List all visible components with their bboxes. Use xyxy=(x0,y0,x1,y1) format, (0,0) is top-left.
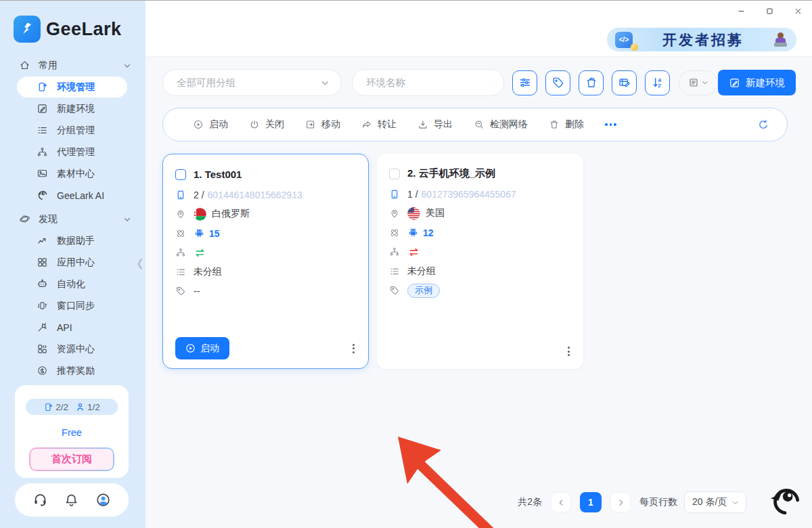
power-icon xyxy=(249,119,260,130)
list-icon xyxy=(175,267,186,278)
proxy-tree-icon xyxy=(389,246,400,257)
group-filter-select[interactable]: 全部可用分组 xyxy=(162,69,342,96)
card-footer xyxy=(389,343,574,360)
chevron-down-icon xyxy=(122,215,132,224)
sidebar: GeeLark 常用 环境管理 新建环境 分组管理 代理管理 xyxy=(0,1,145,528)
sidebar-item-label: 推荐奖励 xyxy=(57,365,95,377)
titlebar: </> 开发者招募 xyxy=(145,1,812,57)
card-group-row: 未分组 xyxy=(175,265,356,279)
card-more-button[interactable] xyxy=(564,343,574,360)
sidebar-item-label: 应用中心 xyxy=(57,257,95,269)
card-proxy-row xyxy=(389,245,571,259)
sidebar-item-label: GeeLark AI xyxy=(57,190,104,201)
sidebar-item-group-manage[interactable]: 分组管理 xyxy=(17,120,127,141)
app-logo-text: GeeLark xyxy=(46,19,122,40)
env-card-sample[interactable]: 2. 云手机环境_示例 1 / 601273965964455067 xyxy=(377,154,583,369)
sidebar-item-label: 窗口同步 xyxy=(57,300,95,312)
notification-bell-icon[interactable] xyxy=(64,492,79,508)
minimize-button[interactable] xyxy=(727,1,755,21)
sidebar-item-data-helper[interactable]: 数据助手 xyxy=(17,230,127,251)
action-move[interactable]: 移动 xyxy=(305,118,340,131)
card-more-button[interactable] xyxy=(348,340,359,357)
proxy-tree-icon xyxy=(37,146,48,158)
sidebar-item-geelark-ai[interactable]: GeeLark AI xyxy=(17,185,127,206)
action-delete[interactable]: 删除 xyxy=(549,118,584,131)
sidebar-item-label: 分组管理 xyxy=(57,125,95,137)
geelark-watermark-icon xyxy=(767,485,803,519)
card-checkbox[interactable] xyxy=(175,169,186,180)
batch-edit-button[interactable] xyxy=(612,70,637,95)
env-card-test001[interactable]: 1. Test001 2 / 601446148015662913 xyxy=(162,154,369,369)
sidebar-item-label: 数据助手 xyxy=(57,235,95,247)
action-check-network[interactable]: 检测网络 xyxy=(474,118,528,131)
group-label: 常用 xyxy=(39,60,58,72)
env-quota: 2/2 xyxy=(43,402,68,412)
batch-action-bar: 启动 关闭 移动 转让 导出 检测网络 删除 xyxy=(162,108,788,141)
refresh-icon[interactable] xyxy=(757,118,769,131)
sidebar-item-label: 自动化 xyxy=(57,278,85,290)
total-count: 共2条 xyxy=(518,496,542,508)
card-title: 1. Test001 xyxy=(194,169,242,180)
location-pin-icon xyxy=(175,208,186,219)
card-android-row: 15 xyxy=(175,226,356,240)
start-env-button[interactable]: 启动 xyxy=(175,337,229,359)
sidebar-group-discover[interactable]: 发现 xyxy=(0,208,145,229)
new-env-button[interactable]: 新建环境 xyxy=(718,70,796,95)
chevron-down-icon xyxy=(122,61,132,70)
more-actions-button[interactable] xyxy=(605,123,616,126)
close-button[interactable] xyxy=(784,1,812,21)
download-icon xyxy=(418,119,428,130)
card-proxy-row xyxy=(175,246,356,260)
card-checkbox[interactable] xyxy=(389,169,400,179)
filter-sliders-button[interactable] xyxy=(512,70,537,95)
app-logo: GeeLark xyxy=(0,1,145,52)
developer-recruit-banner[interactable]: </> 开发者招募 xyxy=(607,28,796,51)
sidebar-item-api[interactable]: API xyxy=(17,317,127,338)
android-icon xyxy=(194,227,205,239)
card-region-row: 白俄罗斯 xyxy=(175,207,356,221)
sidebar-item-new-env[interactable]: 新建环境 xyxy=(17,98,127,119)
sort-button[interactable] xyxy=(645,70,670,95)
page-size-select[interactable]: 20 条/页 xyxy=(684,491,746,513)
action-export[interactable]: 导出 xyxy=(418,118,453,131)
support-headset-icon[interactable] xyxy=(32,492,48,508)
tag-icon xyxy=(389,285,400,296)
recycle-bin-icon xyxy=(585,76,598,89)
edit-square-icon xyxy=(729,77,740,89)
first-subscribe-button[interactable]: 首次订阅 xyxy=(29,447,114,471)
sidebar-item-automation[interactable]: 自动化 xyxy=(17,273,127,294)
sidebar-collapse-handle[interactable]: 《 xyxy=(131,257,143,272)
sidebar-footer xyxy=(15,483,129,516)
edit-square-icon xyxy=(37,103,48,114)
sidebar-item-media-center[interactable]: 素材中心 xyxy=(17,163,127,184)
action-close[interactable]: 关闭 xyxy=(249,118,284,131)
card-region: 白俄罗斯 xyxy=(212,208,250,220)
atom-icon xyxy=(175,228,186,239)
sidebar-item-label: 素材中心 xyxy=(57,168,95,180)
annotation-arrow xyxy=(386,428,514,528)
sidebar-item-window-sync[interactable]: 窗口同步 xyxy=(17,295,127,316)
tag-manage-button[interactable] xyxy=(545,70,570,95)
sidebar-item-label: API xyxy=(57,322,72,333)
maximize-button[interactable] xyxy=(755,1,784,21)
action-transfer[interactable]: 转让 xyxy=(361,118,397,131)
sliders-icon xyxy=(518,76,532,89)
action-start[interactable]: 启动 xyxy=(193,118,228,131)
user-avatar-icon[interactable] xyxy=(95,492,111,508)
sidebar-item-app-center[interactable]: 应用中心 xyxy=(17,252,127,273)
sidebar-item-proxy-manage[interactable]: 代理管理 xyxy=(17,141,127,162)
prev-page-button[interactable] xyxy=(551,492,571,512)
sidebar-item-referral[interactable]: 推荐奖励 xyxy=(17,360,127,381)
recycle-bin-button[interactable] xyxy=(579,70,604,95)
env-card-grid: 1. Test001 2 / 601446148015662913 xyxy=(162,154,796,369)
page-number-button[interactable]: 1 xyxy=(580,492,602,512)
banner-label: 开发者招募 xyxy=(633,30,773,49)
view-mode-button[interactable] xyxy=(679,70,718,95)
sidebar-item-env-manage[interactable]: 环境管理 xyxy=(17,76,127,97)
sidebar-item-resource-center[interactable]: 资源中心 xyxy=(17,338,127,359)
phone-icon xyxy=(43,402,53,412)
card-tag-badge: 示例 xyxy=(407,284,440,298)
next-page-button[interactable] xyxy=(610,492,631,512)
sidebar-group-common[interactable]: 常用 xyxy=(0,55,145,76)
env-search-input[interactable] xyxy=(366,77,493,88)
